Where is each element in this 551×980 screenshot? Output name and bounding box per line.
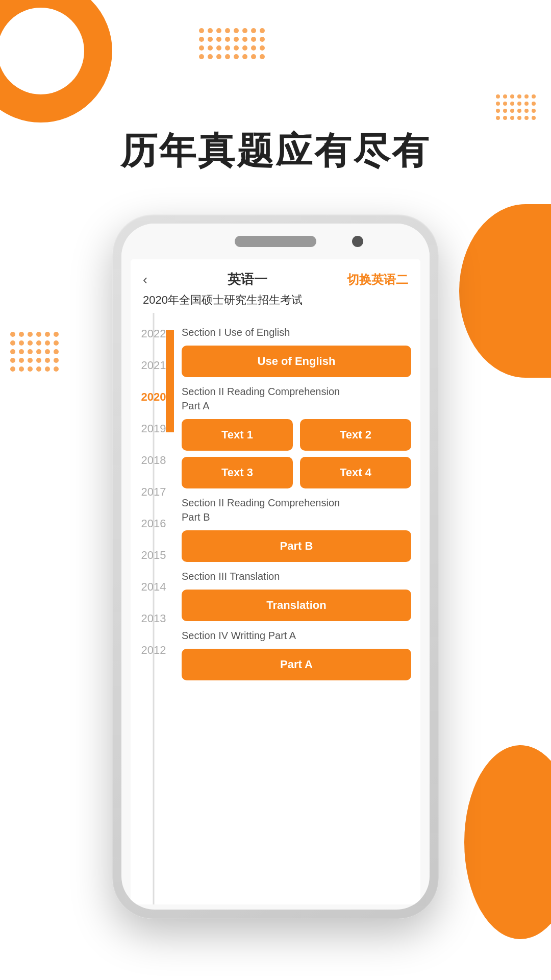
switch-language-button[interactable]: 切换英语二 bbox=[347, 272, 408, 288]
section-1-buttons: Use of English bbox=[182, 346, 411, 377]
main-title: 历年真题应有尽有 bbox=[0, 127, 551, 176]
section-5: Section IV Writting Part A Part A bbox=[182, 628, 411, 680]
btn-parta[interactable]: Part A bbox=[182, 649, 411, 680]
btn-text2[interactable]: Text 2 bbox=[300, 419, 411, 451]
deco-circle-top-left bbox=[0, 0, 112, 122]
phone-mockup: ‹ 英语一 切换英语二 2020年全国硕士研究生招生考试 2022 bbox=[112, 214, 439, 919]
year-item-2015[interactable]: 2015 bbox=[131, 540, 177, 571]
deco-dots-top-center bbox=[199, 28, 265, 59]
year-item-2018[interactable]: 2018 bbox=[131, 445, 177, 476]
phone-camera bbox=[352, 236, 363, 247]
section-2-buttons-row2: Text 3 Text 4 bbox=[182, 457, 411, 488]
btn-translation[interactable]: Translation bbox=[182, 590, 411, 621]
year-item-2016[interactable]: 2016 bbox=[131, 508, 177, 540]
back-button[interactable]: ‹ bbox=[143, 272, 147, 288]
section-5-label: Section IV Writting Part A bbox=[182, 628, 411, 643]
btn-partb[interactable]: Part B bbox=[182, 530, 411, 562]
screen-header: ‹ 英语一 切换英语二 2020年全国硕士研究生招生考试 bbox=[131, 259, 420, 313]
btn-use-of-english[interactable]: Use of English bbox=[182, 346, 411, 377]
section-1-label: Section I Use of English bbox=[182, 325, 411, 339]
section-1: Section I Use of English Use of English bbox=[182, 325, 411, 377]
phone-screen: ‹ 英语一 切换英语二 2020年全国硕士研究生招生考试 2022 bbox=[131, 259, 420, 904]
section-3-label: Section II Reading ComprehensionPart B bbox=[182, 496, 411, 524]
phone-shell: ‹ 英语一 切换英语二 2020年全国硕士研究生招生考试 2022 bbox=[112, 214, 439, 919]
section-2-buttons-row1: Text 1 Text 2 bbox=[182, 419, 411, 451]
btn-text4[interactable]: Text 4 bbox=[300, 457, 411, 488]
deco-wave-bottom-right bbox=[464, 745, 551, 939]
screen-body: 2022 2021 2020 2019 bbox=[131, 313, 420, 904]
timeline-sidebar: 2022 2021 2020 2019 bbox=[131, 313, 177, 904]
phone-notch-bar bbox=[121, 224, 430, 259]
section-5-buttons: Part A bbox=[182, 649, 411, 680]
screen-title: 英语一 bbox=[228, 271, 267, 288]
screen-subtitle: 2020年全国硕士研究生招生考试 bbox=[143, 292, 408, 308]
year-item-2013[interactable]: 2013 bbox=[131, 603, 177, 634]
year-item-2020[interactable]: 2020 bbox=[131, 381, 177, 413]
section-4-buttons: Translation bbox=[182, 590, 411, 621]
phone-speaker bbox=[235, 236, 316, 247]
btn-text1[interactable]: Text 1 bbox=[182, 419, 293, 451]
section-3-buttons: Part B bbox=[182, 530, 411, 562]
deco-arc-right bbox=[459, 204, 551, 378]
section-3: Section II Reading ComprehensionPart B P… bbox=[182, 496, 411, 562]
screen-nav-row: ‹ 英语一 切换英语二 bbox=[143, 271, 408, 288]
deco-dots-left bbox=[10, 332, 59, 372]
section-4: Section III Translation Translation bbox=[182, 569, 411, 621]
year-item-2012[interactable]: 2012 bbox=[131, 634, 177, 666]
year-item-2019[interactable]: 2019 bbox=[131, 413, 177, 445]
phone-inner: ‹ 英语一 切换英语二 2020年全国硕士研究生招生考试 2022 bbox=[121, 224, 430, 910]
year-item-2017[interactable]: 2017 bbox=[131, 476, 177, 508]
section-4-label: Section III Translation bbox=[182, 569, 411, 583]
section-2: Section II Reading ComprehensionPart A T… bbox=[182, 384, 411, 488]
year-item-2014[interactable]: 2014 bbox=[131, 571, 177, 603]
btn-text3[interactable]: Text 3 bbox=[182, 457, 293, 488]
deco-dots-right bbox=[496, 94, 536, 120]
content-area: Section I Use of English Use of English … bbox=[177, 313, 420, 904]
section-2-label: Section II Reading ComprehensionPart A bbox=[182, 384, 411, 413]
